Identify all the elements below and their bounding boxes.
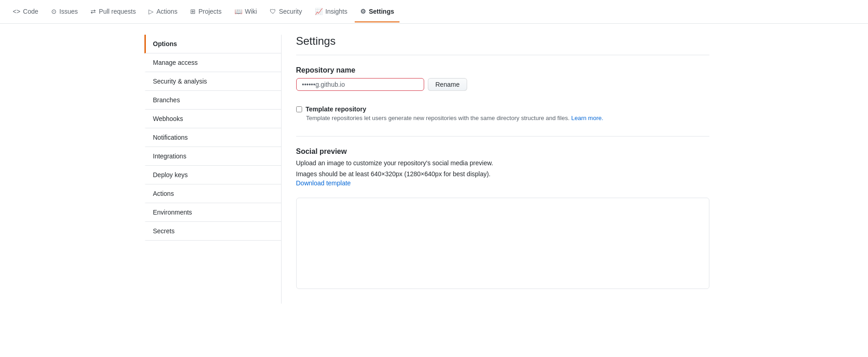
social-preview-note: Images should be at least 640×320px (128…	[296, 170, 709, 178]
sidebar-item-webhooks[interactable]: Webhooks	[144, 110, 281, 128]
sidebar-item-security-analysis[interactable]: Security & analysis	[144, 72, 281, 91]
nav-projects[interactable]: ⊞ Projects	[185, 1, 227, 22]
template-repo-row: Template repository	[296, 105, 709, 113]
layout: Options Manage access Security & analysi…	[137, 24, 731, 315]
page-title: Settings	[296, 35, 709, 55]
main-content: Settings Repository name Rename Template…	[282, 35, 724, 304]
nav-pull-requests[interactable]: ⇄ Pull requests	[85, 1, 141, 22]
nav-insights[interactable]: 📈 Insights	[309, 1, 353, 22]
repo-name-section: Repository name Rename	[296, 66, 709, 91]
rename-button[interactable]: Rename	[428, 78, 468, 91]
social-preview-section: Social preview Upload an image to custom…	[296, 147, 709, 289]
security-icon: 🛡	[270, 8, 276, 15]
wiki-icon: 📖	[234, 8, 242, 15]
sidebar-item-secrets[interactable]: Secrets	[144, 222, 281, 241]
template-repo-section: Template repository Template repositorie…	[296, 105, 709, 121]
download-template-link[interactable]: Download template	[296, 179, 351, 187]
issues-icon: ⊙	[51, 8, 57, 15]
template-repo-desc: Template repositories let users generate…	[306, 115, 709, 121]
social-preview-title: Social preview	[296, 147, 709, 156]
sidebar-item-actions[interactable]: Actions	[144, 184, 281, 203]
sidebar-item-manage-access[interactable]: Manage access	[144, 53, 281, 72]
repo-name-row: Rename	[296, 78, 709, 91]
sidebar-item-notifications[interactable]: Notifications	[144, 128, 281, 147]
top-nav: <> Code ⊙ Issues ⇄ Pull requests ▷ Actio…	[0, 0, 868, 24]
nav-actions[interactable]: ▷ Actions	[143, 1, 183, 22]
repo-name-label: Repository name	[296, 66, 709, 74]
learn-more-link[interactable]: Learn more.	[571, 115, 603, 121]
sidebar-item-branches[interactable]: Branches	[144, 91, 281, 110]
sidebar-item-integrations[interactable]: Integrations	[144, 147, 281, 166]
sidebar-item-environments[interactable]: Environments	[144, 203, 281, 222]
sidebar-item-deploy-keys[interactable]: Deploy keys	[144, 166, 281, 184]
nav-wiki[interactable]: 📖 Wiki	[229, 1, 262, 22]
social-preview-image-box	[296, 198, 709, 289]
nav-settings[interactable]: ⚙ Settings	[355, 1, 399, 22]
sidebar: Options Manage access Security & analysi…	[144, 35, 282, 304]
actions-icon: ▷	[149, 8, 154, 15]
section-divider	[296, 136, 709, 136]
insights-icon: 📈	[315, 8, 323, 15]
repo-name-input[interactable]	[296, 78, 424, 91]
social-preview-description: Upload an image to customize your reposi…	[296, 159, 709, 167]
template-repo-checkbox[interactable]	[296, 106, 302, 112]
nav-code[interactable]: <> Code	[7, 1, 44, 22]
sidebar-item-options[interactable]: Options	[144, 35, 281, 53]
code-icon: <>	[13, 8, 20, 15]
pull-requests-icon: ⇄	[91, 8, 96, 15]
settings-icon: ⚙	[360, 8, 366, 15]
nav-security[interactable]: 🛡 Security	[264, 1, 308, 22]
template-repo-label: Template repository	[306, 105, 367, 113]
nav-issues[interactable]: ⊙ Issues	[46, 1, 83, 22]
projects-icon: ⊞	[190, 8, 196, 15]
